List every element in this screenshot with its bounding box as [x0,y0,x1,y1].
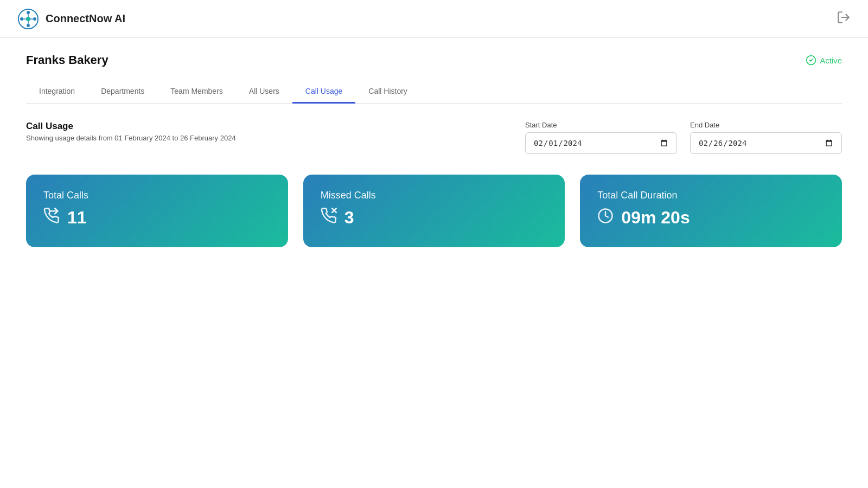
tab-integration[interactable]: Integration [26,80,88,104]
svg-point-4 [20,17,23,21]
missed-calls-card: Missed Calls 3 [303,175,565,247]
stats-row: Total Calls 11 Missed Calls [26,175,842,247]
total-duration-value: 09m 20s [597,208,825,228]
tab-departments[interactable]: Departments [88,80,157,104]
total-calls-title: Total Calls [43,190,271,201]
end-date-group: End Date [690,121,842,154]
svg-point-5 [33,17,36,21]
total-duration-number: 09m 20s [621,208,690,228]
start-date-group: Start Date [525,121,677,154]
check-circle-icon [806,55,816,66]
phone-incoming-icon [43,208,60,228]
section-title: Call Usage [26,121,236,132]
svg-point-3 [27,24,30,27]
total-calls-card: Total Calls 11 [26,175,288,247]
status-text: Active [820,56,842,65]
tab-call-history[interactable]: Call History [355,80,420,104]
date-fields: Start Date End Date [525,121,842,154]
navbar: ConnectNow AI [0,0,868,38]
status-badge: Active [806,55,842,66]
end-date-input[interactable] [690,132,842,154]
missed-calls-number: 3 [344,208,354,228]
page-title: Franks Bakery [26,53,108,67]
total-calls-value: 11 [43,208,271,228]
content-area: Franks Bakery Active Integration Departm… [0,38,868,247]
total-duration-title: Total Call Duration [597,190,825,201]
tab-team-members[interactable]: Team Members [157,80,235,104]
call-usage-filter-row: Call Usage Showing usage details from 01… [26,121,842,155]
missed-calls-value: 3 [321,208,548,228]
page-header: Franks Bakery Active [26,53,842,67]
brand-name: ConnectNow AI [46,12,125,25]
total-calls-number: 11 [67,208,87,228]
svg-point-2 [27,11,30,14]
logout-button[interactable] [837,10,851,28]
phone-missed-icon [321,208,337,228]
end-date-label: End Date [690,121,842,129]
section-header: Call Usage Showing usage details from 01… [26,121,236,142]
svg-point-1 [26,17,30,21]
tab-call-usage[interactable]: Call Usage [292,80,355,104]
brand-logo [17,8,39,30]
tab-all-users[interactable]: All Users [236,80,292,104]
brand: ConnectNow AI [17,8,125,30]
total-duration-card: Total Call Duration 09m 20s [580,175,842,247]
start-date-input[interactable] [525,132,677,154]
tabs-nav: Integration Departments Team Members All… [26,80,842,104]
missed-calls-title: Missed Calls [321,190,548,201]
start-date-label: Start Date [525,121,677,129]
clock-icon [597,208,614,228]
app-layout: ConnectNow AI Franks Bakery Active [0,0,868,488]
section-subtitle: Showing usage details from 01 February 2… [26,134,236,142]
